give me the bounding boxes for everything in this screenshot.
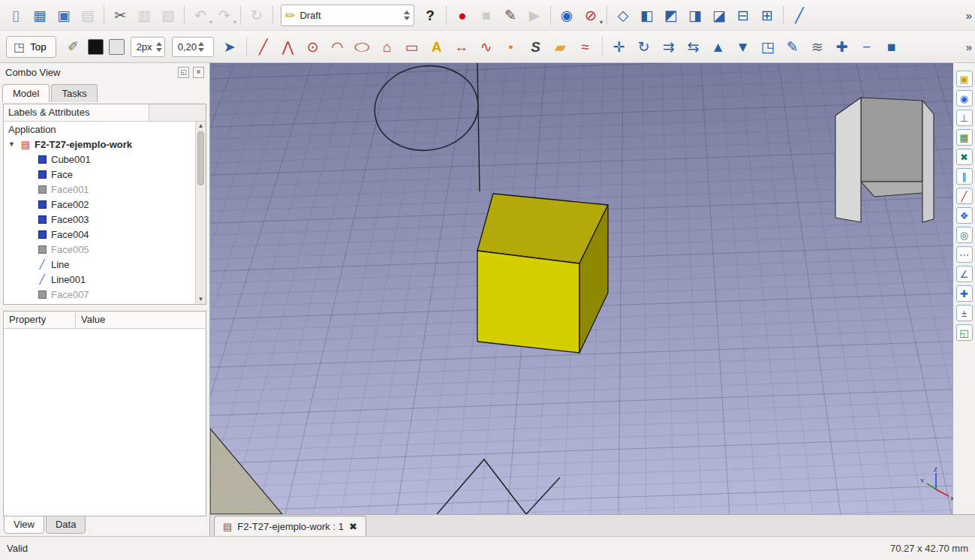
save-document-button[interactable]: ▣ xyxy=(53,4,75,26)
draft-arc-button[interactable]: ◠ xyxy=(327,35,349,58)
tree-item[interactable]: Face004 xyxy=(4,227,195,242)
snap-angle-button[interactable]: ∠ xyxy=(956,266,973,282)
3d-viewport[interactable]: Z Y X xyxy=(210,63,953,514)
draft-bezier-button[interactable]: ≈ xyxy=(574,35,597,58)
tree-item[interactable] xyxy=(4,302,195,304)
undo-button[interactable]: ↶▾ xyxy=(189,4,212,26)
tree-item[interactable]: Face007 xyxy=(4,287,195,302)
draft-remove-point-button[interactable]: − xyxy=(856,35,878,58)
scroll-down-arrow[interactable]: ▼ xyxy=(198,295,204,304)
tab-model[interactable]: Model xyxy=(2,84,50,102)
tree-item[interactable]: Face005 xyxy=(4,242,195,257)
draft-polygon-button[interactable]: ⌂ xyxy=(376,35,399,58)
dropdown-caret[interactable]: ▾ xyxy=(233,19,236,26)
spin-down-arrow[interactable] xyxy=(198,48,204,52)
draft-rotate-button[interactable]: ↻ xyxy=(633,35,655,58)
macro-record-button[interactable]: ● xyxy=(451,4,474,26)
draft-trimex-button[interactable]: ⇆ xyxy=(682,35,705,58)
tab-tasks[interactable]: Tasks xyxy=(51,84,97,102)
tree-scrollbar[interactable]: ▲ ▼ xyxy=(195,122,206,304)
snap-perpendicular-button[interactable]: ⊥ xyxy=(956,110,973,126)
open-document-button[interactable]: ▦ xyxy=(29,4,51,26)
tree-item[interactable]: Cube001 xyxy=(4,152,195,167)
paste-button[interactable]: ▧ xyxy=(157,4,179,26)
tree-item[interactable]: ▼▤F2-T27-ejemplo-work xyxy=(4,137,195,152)
draft-text-button[interactable]: A xyxy=(426,35,448,58)
line-width-spinbox[interactable]: 2px xyxy=(131,37,165,57)
snap-working-plane-button[interactable]: ◱ xyxy=(956,324,973,341)
snap-endpoint-button[interactable]: ◉ xyxy=(956,90,973,107)
close-tab-icon[interactable]: ✖ xyxy=(349,521,357,532)
snap-intersection-button[interactable]: ✖ xyxy=(956,149,973,165)
draft-offset-button[interactable]: ⇉ xyxy=(658,35,680,58)
whats-this-button[interactable]: ? xyxy=(419,4,441,26)
spin-down-arrow[interactable] xyxy=(404,17,410,20)
draft-rectangle-button[interactable]: ▭ xyxy=(401,35,423,58)
snap-lock-button[interactable]: ▣ xyxy=(956,71,973,87)
draft-shapestring-button[interactable]: S xyxy=(525,35,547,58)
spin-up-arrow[interactable] xyxy=(404,11,410,14)
toolbar-overflow-chevron[interactable]: » xyxy=(966,41,972,53)
tree-item[interactable]: Face001 xyxy=(4,182,195,197)
draft-add-point-button[interactable]: ✚ xyxy=(831,35,853,58)
toolbar-overflow-chevron[interactable]: » xyxy=(966,9,972,22)
view-front-button[interactable]: ◧ xyxy=(636,4,658,26)
float-panel-button[interactable]: ◱ xyxy=(178,67,189,78)
prism-inner-back-face[interactable] xyxy=(861,98,922,182)
view-left-button[interactable]: ⊞ xyxy=(756,4,778,26)
view-axonometric-button[interactable]: ◇ xyxy=(612,4,634,26)
close-panel-button[interactable]: ✕ xyxy=(193,67,204,78)
tree-item[interactable]: Face002 xyxy=(4,197,195,212)
print-button[interactable]: ▤ xyxy=(77,4,99,26)
scrollbar-thumb[interactable] xyxy=(197,131,204,185)
tree-item[interactable]: ╱Line xyxy=(4,257,195,272)
working-plane-button[interactable]: ◳ Top xyxy=(6,36,56,58)
draft-facebinder-button[interactable]: ▰ xyxy=(549,35,572,58)
view-bottom-button[interactable]: ⊟ xyxy=(732,4,754,26)
yellow-cube[interactable] xyxy=(477,194,608,353)
tree-item[interactable]: Application xyxy=(4,122,195,137)
scale-spinbox[interactable]: 0,20 xyxy=(172,37,214,57)
cube-front-face[interactable] xyxy=(477,251,579,353)
draft-wire-to-bspline-button[interactable]: ≋ xyxy=(806,35,829,58)
zoom-fit-all-button[interactable]: ◉ xyxy=(555,4,578,26)
view-top-button[interactable]: ◩ xyxy=(660,4,682,26)
tree-header-label[interactable]: Labels & Attributes xyxy=(4,104,149,121)
draft-bspline-button[interactable]: ∿ xyxy=(475,35,498,58)
redo-button[interactable]: ↷▾ xyxy=(213,4,236,26)
scroll-up-arrow[interactable]: ▲ xyxy=(198,122,204,131)
face-color-swatch[interactable] xyxy=(109,39,125,55)
prism-left-face[interactable] xyxy=(835,98,861,222)
set-style-button[interactable]: ✐ xyxy=(63,36,84,57)
tree-item[interactable]: Face xyxy=(4,167,195,182)
tree-expander-icon[interactable]: ▼ xyxy=(8,140,17,148)
draft-upgrade-button[interactable]: ▲ xyxy=(707,35,730,58)
document-tab[interactable]: ▤ F2-T27-ejemplo-work : 1 ✖ xyxy=(214,516,366,536)
dropdown-caret[interactable]: ▾ xyxy=(209,19,212,26)
snap-ortho-button[interactable]: ◎ xyxy=(956,227,973,243)
snap-extension-button[interactable]: ⋯ xyxy=(956,246,973,263)
macro-edit-button[interactable]: ✎ xyxy=(499,4,522,26)
new-document-button[interactable]: ▯ xyxy=(5,4,27,26)
draft-move-button[interactable]: ✛ xyxy=(608,35,630,58)
draft-shape2dview-button[interactable]: ■ xyxy=(880,35,903,58)
dropdown-caret[interactable]: ▾ xyxy=(600,19,603,26)
measure-distance-button[interactable]: ╱ xyxy=(788,4,811,26)
tab-data[interactable]: Data xyxy=(46,516,86,534)
spin-down-arrow[interactable] xyxy=(156,48,162,52)
draft-scale-button[interactable]: ◳ xyxy=(757,35,779,58)
snap-parallel-button[interactable]: ∥ xyxy=(956,168,973,185)
draft-circle-button[interactable]: ⊙ xyxy=(302,35,324,58)
draft-downgrade-button[interactable]: ▼ xyxy=(732,35,754,58)
value-column-header[interactable]: Value xyxy=(76,312,206,328)
draft-ellipse-button[interactable]: ◯ xyxy=(351,35,374,58)
draft-dimension-button[interactable]: ↔ xyxy=(450,35,473,58)
3d-scene[interactable]: Z Y X xyxy=(210,63,953,514)
line-color-swatch[interactable] xyxy=(88,39,104,55)
macro-play-button[interactable]: ▶ xyxy=(523,4,546,26)
copy-button[interactable]: ▥ xyxy=(133,4,155,26)
construction-mode-button[interactable]: ➤ xyxy=(218,35,241,58)
property-column-header[interactable]: Property xyxy=(4,312,76,328)
macro-stop-button[interactable]: ■ xyxy=(475,4,498,26)
draft-point-button[interactable]: ● xyxy=(500,35,522,58)
